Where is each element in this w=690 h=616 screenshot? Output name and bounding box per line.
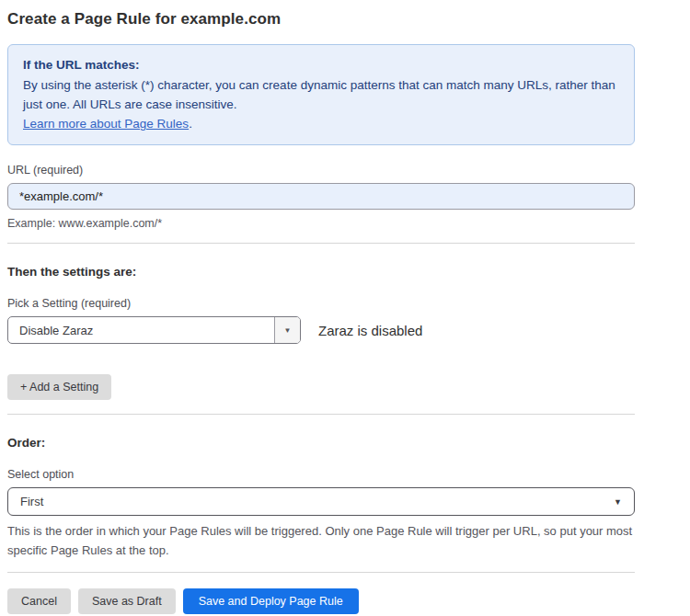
info-box-body: By using the asterisk (*) character, you… xyxy=(23,75,619,114)
setting-status-text: Zaraz is disabled xyxy=(318,323,422,338)
order-description: This is the order in which your Page Rul… xyxy=(7,521,635,560)
order-section-heading: Order: xyxy=(7,436,635,450)
add-setting-button[interactable]: + Add a Setting xyxy=(7,374,111,400)
info-box-heading: If the URL matches: xyxy=(23,55,619,74)
page-rule-form: Create a Page Rule for example.com If th… xyxy=(7,0,635,614)
save-and-deploy-button[interactable]: Save and Deploy Page Rule xyxy=(183,588,359,614)
info-link-line: Learn more about Page Rules. xyxy=(23,114,619,133)
settings-section-heading: Then the settings are: xyxy=(7,265,635,279)
chevron-down-icon: ▼ xyxy=(614,497,622,507)
section-divider xyxy=(7,243,635,244)
order-select-value: First xyxy=(20,495,43,508)
order-select[interactable]: First ▼ xyxy=(7,487,635,516)
setting-select[interactable]: Disable Zaraz ▼ xyxy=(7,316,301,344)
section-divider xyxy=(7,414,635,415)
url-helper-text: Example: www.example.com/* xyxy=(7,217,635,230)
url-field-label: URL (required) xyxy=(7,164,635,177)
link-suffix: . xyxy=(189,117,192,131)
cancel-button[interactable]: Cancel xyxy=(7,588,71,614)
order-select-label: Select option xyxy=(7,468,635,481)
section-divider xyxy=(7,572,635,573)
url-input[interactable] xyxy=(7,183,635,210)
action-button-row: Cancel Save as Draft Save and Deploy Pag… xyxy=(7,588,635,614)
setting-row: Disable Zaraz ▼ Zaraz is disabled xyxy=(7,316,635,344)
page-title: Create a Page Rule for example.com xyxy=(7,10,635,29)
learn-more-link[interactable]: Learn more about Page Rules xyxy=(23,117,189,131)
setting-picker-label: Pick a Setting (required) xyxy=(7,297,635,310)
url-match-info-box: If the URL matches: By using the asteris… xyxy=(7,44,635,145)
setting-select-arrow-button[interactable]: ▼ xyxy=(274,317,300,343)
setting-select-value: Disable Zaraz xyxy=(8,317,274,343)
chevron-down-icon: ▼ xyxy=(284,326,292,335)
save-as-draft-button[interactable]: Save as Draft xyxy=(78,588,176,614)
